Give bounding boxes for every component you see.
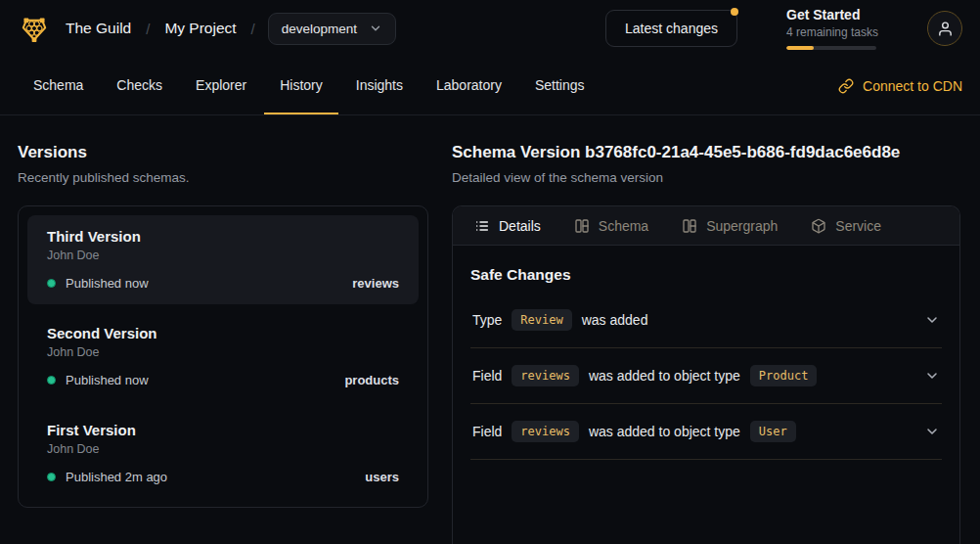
target-select-value: development bbox=[282, 22, 357, 36]
tab-service-label: Service bbox=[835, 218, 881, 234]
version-list-item[interactable]: First Version John Doe Published 2m ago … bbox=[27, 409, 419, 498]
version-author: John Doe bbox=[47, 249, 399, 262]
breadcrumb-separator: / bbox=[146, 21, 150, 37]
tab-settings[interactable]: Settings bbox=[519, 57, 601, 114]
target-select[interactable]: development bbox=[268, 13, 396, 45]
change-code: Review bbox=[512, 309, 571, 331]
version-list-item[interactable]: Second Version John Doe Published now pr… bbox=[27, 312, 419, 401]
version-title: First Version bbox=[47, 422, 399, 438]
version-service: reviews bbox=[352, 276, 399, 291]
breadcrumb-separator: / bbox=[251, 21, 255, 37]
tab-laboratory[interactable]: Laboratory bbox=[421, 57, 517, 114]
change-prefix: Type bbox=[472, 312, 502, 328]
chevron-down-icon bbox=[924, 368, 940, 384]
top-header: The Guild / My Project / development Lat… bbox=[0, 0, 980, 57]
versions-list: Third Version John Doe Published now rev… bbox=[18, 205, 428, 508]
notification-dot bbox=[731, 8, 738, 16]
versions-title: Versions bbox=[18, 143, 428, 162]
version-status: Published now bbox=[66, 373, 149, 387]
version-author: John Doe bbox=[47, 442, 399, 456]
status-dot-icon bbox=[47, 376, 56, 385]
tab-schema[interactable]: Schema bbox=[18, 57, 99, 114]
detail-tabs: Details Schema S bbox=[453, 206, 959, 246]
change-middle: was added to object type bbox=[589, 368, 740, 384]
tab-explorer[interactable]: Explorer bbox=[180, 57, 262, 114]
changes-section: Safe Changes Type Review was added Field bbox=[453, 246, 959, 460]
get-started-subtitle: 4 remaining tasks bbox=[786, 25, 876, 39]
version-detail-subtitle: Detailed view of the schema version bbox=[452, 170, 960, 185]
version-detail-panel: Schema Version b3768fc0-21a4-45e5-b686-f… bbox=[452, 135, 960, 544]
list-icon bbox=[474, 218, 490, 234]
status-dot-icon bbox=[47, 279, 56, 288]
tab-details-label: Details bbox=[499, 218, 541, 234]
version-list-item[interactable]: Third Version John Doe Published now rev… bbox=[27, 215, 419, 304]
tab-schema-view-label: Schema bbox=[599, 218, 648, 234]
link-icon bbox=[838, 78, 854, 94]
get-started-widget[interactable]: Get Started 4 remaining tasks bbox=[786, 7, 876, 50]
chevron-down-icon bbox=[924, 424, 940, 439]
get-started-title: Get Started bbox=[786, 7, 876, 23]
columns-icon bbox=[574, 218, 590, 234]
change-row[interactable]: Field reviews was added to object type U… bbox=[470, 404, 942, 460]
guild-logo-icon[interactable] bbox=[18, 12, 51, 45]
version-status: Published now bbox=[66, 276, 149, 291]
change-prefix: Field bbox=[472, 368, 502, 384]
change-row[interactable]: Field reviews was added to object type P… bbox=[470, 348, 942, 404]
get-started-progress-fill bbox=[786, 46, 814, 50]
main-content: Versions Recently published schemas. Thi… bbox=[0, 115, 980, 544]
versions-panel: Versions Recently published schemas. Thi… bbox=[18, 135, 428, 544]
tab-checks[interactable]: Checks bbox=[101, 57, 178, 114]
status-dot-icon bbox=[47, 473, 56, 481]
columns-icon bbox=[682, 218, 697, 234]
chevron-down-icon bbox=[369, 22, 382, 35]
change-middle: was added to object type bbox=[589, 424, 740, 439]
tab-details[interactable]: Details bbox=[474, 218, 541, 234]
chevron-down-icon bbox=[924, 312, 940, 328]
change-code: Product bbox=[750, 365, 818, 386]
nav-tabs: Schema Checks Explorer History Insights … bbox=[18, 57, 601, 114]
connect-to-cdn-label: Connect to CDN bbox=[863, 78, 962, 94]
breadcrumb: The Guild / My Project / bbox=[66, 20, 255, 37]
tab-supergraph[interactable]: Supergraph bbox=[682, 218, 778, 234]
tab-service[interactable]: Service bbox=[811, 218, 881, 234]
change-code: reviews bbox=[512, 421, 579, 442]
box-icon bbox=[811, 218, 826, 234]
breadcrumb-project[interactable]: My Project bbox=[164, 20, 236, 37]
version-service: users bbox=[365, 470, 399, 484]
version-status: Published 2m ago bbox=[66, 470, 167, 484]
changes-list: Type Review was added Field reviews was … bbox=[470, 293, 942, 460]
breadcrumb-org[interactable]: The Guild bbox=[66, 20, 131, 37]
connect-to-cdn-button[interactable]: Connect to CDN bbox=[838, 57, 962, 114]
version-detail-card: Details Schema S bbox=[452, 205, 960, 544]
tab-schema-view[interactable]: Schema bbox=[574, 218, 648, 234]
change-row[interactable]: Type Review was added bbox=[470, 293, 942, 348]
user-icon bbox=[937, 21, 954, 37]
version-title: Second Version bbox=[47, 325, 399, 341]
latest-changes-button[interactable]: Latest changes bbox=[605, 10, 737, 47]
safe-changes-title: Safe Changes bbox=[470, 266, 942, 284]
change-middle: was added bbox=[582, 312, 648, 328]
tab-supergraph-label: Supergraph bbox=[706, 218, 778, 234]
target-nav: Schema Checks Explorer History Insights … bbox=[0, 57, 980, 115]
version-detail-title: Schema Version b3768fc0-21a4-45e5-b686-f… bbox=[452, 143, 960, 162]
get-started-progress-track bbox=[786, 46, 876, 50]
version-title: Third Version bbox=[47, 228, 399, 245]
version-service: products bbox=[344, 373, 399, 387]
versions-subtitle: Recently published schemas. bbox=[18, 170, 428, 185]
change-code: User bbox=[750, 421, 796, 442]
change-prefix: Field bbox=[472, 424, 502, 439]
user-avatar-button[interactable] bbox=[927, 11, 962, 46]
tab-insights[interactable]: Insights bbox=[340, 57, 419, 114]
version-author: John Doe bbox=[47, 345, 399, 359]
latest-changes-label: Latest changes bbox=[625, 21, 718, 36]
change-code: reviews bbox=[512, 365, 579, 386]
tab-history[interactable]: History bbox=[264, 57, 338, 114]
